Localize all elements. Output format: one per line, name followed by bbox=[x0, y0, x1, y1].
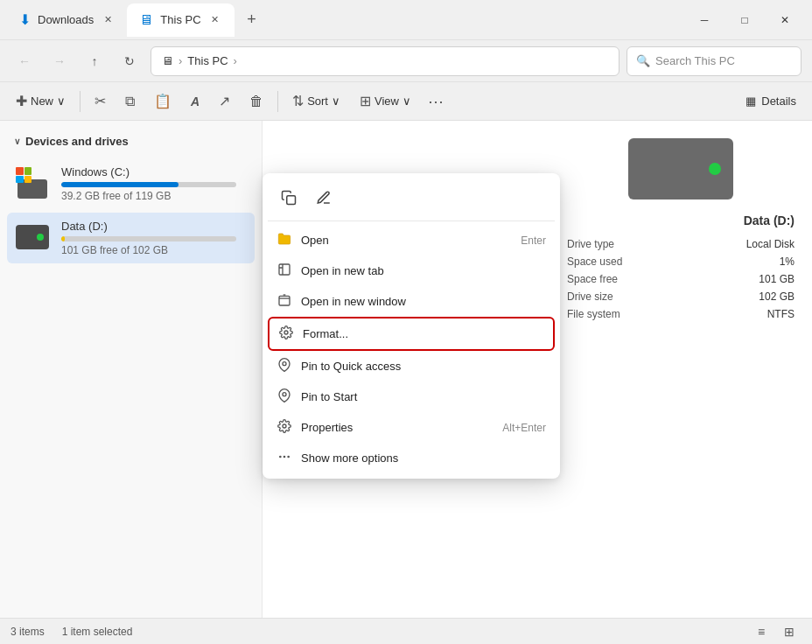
ctx-open[interactable]: Open Enter bbox=[268, 225, 555, 256]
main-content: ∨ Devices and drives bbox=[0, 121, 812, 618]
drive-detail-row-free: Space free 101 GB bbox=[567, 273, 794, 285]
ctx-open-new-window[interactable]: Open in new window bbox=[268, 286, 555, 317]
ctx-open-new-window-label: Open in new window bbox=[301, 295, 546, 308]
drive-c-bar-fill bbox=[61, 182, 178, 187]
ctx-properties-icon bbox=[276, 419, 292, 436]
ctx-pin-start-icon bbox=[276, 388, 292, 405]
svg-rect-2 bbox=[279, 296, 290, 305]
ctx-show-more-label: Show more options bbox=[301, 452, 546, 465]
ctx-properties[interactable]: Properties Alt+Enter bbox=[268, 412, 555, 443]
space-used-value: 1% bbox=[780, 256, 794, 268]
more-options-button[interactable]: ⋯ bbox=[422, 88, 450, 116]
drive-c-item[interactable]: Windows (C:) 39.2 GB free of 119 GB bbox=[7, 158, 255, 209]
ctx-pin-quick-access[interactable]: Pin to Quick access bbox=[268, 351, 555, 382]
context-menu-top-icons bbox=[268, 178, 555, 221]
back-button[interactable]: ← bbox=[10, 47, 38, 75]
ctx-pin-quick-access-icon bbox=[276, 358, 292, 374]
new-tab-button[interactable]: + bbox=[238, 6, 266, 34]
search-box[interactable]: 🔍 Search This PC bbox=[626, 46, 802, 76]
drive-d-item[interactable]: Data (D:) 101 GB free of 102 GB bbox=[7, 213, 255, 263]
details-label: Details bbox=[761, 94, 796, 108]
paste-button[interactable]: 📋 bbox=[145, 88, 180, 116]
new-button[interactable]: ✚ New ∨ bbox=[7, 88, 74, 116]
up-button[interactable]: ↑ bbox=[80, 47, 108, 75]
tab-this-pc[interactable]: 🖥 This PC ✕ bbox=[127, 4, 234, 37]
tab-downloads[interactable]: ⬇ Downloads ✕ bbox=[7, 4, 127, 37]
drive-type-value: Local Disk bbox=[746, 238, 794, 250]
sort-chevron-icon: ∨ bbox=[332, 94, 340, 108]
space-used-label: Space used bbox=[567, 256, 622, 268]
address-bar: ← → ↑ ↻ 🖥 › This PC › 🔍 Search This PC bbox=[0, 40, 812, 82]
drive-d-name: Data (D:) bbox=[61, 220, 246, 233]
search-icon: 🔍 bbox=[636, 54, 650, 67]
delete-button[interactable]: 🗑 bbox=[241, 88, 272, 116]
ctx-pin-start[interactable]: Pin to Start bbox=[268, 382, 555, 412]
toolbar: ✚ New ∨ ✂ ⧉ 📋 A ↗ 🗑 ⇅ Sort ∨ ⊞ View ∨ ⋯ … bbox=[0, 82, 812, 121]
drive-size-label: Drive size bbox=[567, 290, 613, 303]
drive-detail-card: Data (D:) Drive type Local Disk Space us… bbox=[567, 138, 794, 326]
path-sep-1: › bbox=[178, 54, 182, 67]
toolbar-separator-1 bbox=[80, 91, 80, 112]
drive-detail-row-fs: File system NTFS bbox=[567, 308, 794, 320]
copy-button[interactable]: ⧉ bbox=[116, 88, 144, 116]
title-bar: ⬇ Downloads ✕ 🖥 This PC ✕ + ─ □ ✕ bbox=[0, 0, 812, 40]
section-chevron-icon: ∨ bbox=[14, 136, 20, 146]
ctx-show-more[interactable]: Show more options bbox=[268, 443, 555, 473]
maximize-button[interactable]: □ bbox=[724, 6, 765, 34]
ctx-rename-icon-button[interactable] bbox=[308, 182, 340, 214]
ctx-copy-icon-button[interactable] bbox=[273, 182, 304, 214]
svg-point-3 bbox=[284, 331, 288, 334]
tab-this-pc-close[interactable]: ✕ bbox=[208, 13, 222, 27]
view-chevron-icon: ∨ bbox=[402, 94, 411, 108]
drive-detail-row-size: Drive size 102 GB bbox=[567, 290, 794, 303]
ctx-open-new-tab[interactable]: Open in new tab bbox=[268, 256, 555, 286]
drive-size-value: 102 GB bbox=[759, 290, 794, 303]
left-panel: ∨ Devices and drives bbox=[0, 121, 262, 618]
svg-point-6 bbox=[283, 424, 286, 428]
svg-rect-1 bbox=[279, 264, 290, 275]
ctx-properties-shortcut: Alt+Enter bbox=[502, 422, 546, 434]
address-path[interactable]: 🖥 › This PC › bbox=[150, 46, 620, 76]
drive-3d-visual bbox=[628, 138, 733, 200]
grid-view-toggle[interactable]: ⊞ bbox=[777, 622, 802, 641]
cut-icon: ✂ bbox=[94, 93, 106, 109]
share-icon: ↗ bbox=[219, 93, 230, 109]
forward-button[interactable]: → bbox=[46, 47, 74, 75]
svg-point-7 bbox=[284, 456, 284, 457]
drive-c-name: Windows (C:) bbox=[61, 165, 246, 178]
status-items-count: 3 items bbox=[10, 626, 45, 638]
space-free-label: Space free bbox=[567, 273, 618, 285]
refresh-button[interactable]: ↻ bbox=[116, 47, 144, 75]
ctx-show-more-icon bbox=[276, 450, 292, 466]
tab-downloads-close[interactable]: ✕ bbox=[101, 13, 115, 27]
details-button[interactable]: ▦ Details bbox=[737, 89, 805, 113]
drive-d-info: Data (D:) 101 GB free of 102 GB bbox=[61, 220, 246, 256]
this-pc-tab-icon: 🖥 bbox=[139, 12, 153, 28]
sort-button[interactable]: ⇅ Sort ∨ bbox=[284, 88, 349, 116]
minimize-button[interactable]: ─ bbox=[684, 6, 724, 34]
close-button[interactable]: ✕ bbox=[765, 6, 805, 34]
share-button[interactable]: ↗ bbox=[210, 88, 239, 116]
ctx-format-icon bbox=[278, 326, 294, 342]
list-view-toggle[interactable]: ≡ bbox=[749, 622, 774, 641]
ctx-pin-quick-access-label: Pin to Quick access bbox=[301, 360, 546, 373]
ctx-open-new-window-icon bbox=[276, 293, 292, 310]
tab-this-pc-label: This PC bbox=[160, 13, 200, 26]
ctx-open-new-tab-icon bbox=[276, 262, 292, 279]
context-menu: Open Enter Open in new tab Open bbox=[262, 173, 560, 479]
new-label: New bbox=[31, 94, 53, 108]
view-button[interactable]: ⊞ View ∨ bbox=[351, 88, 420, 116]
view-label: View bbox=[374, 94, 399, 108]
ctx-format[interactable]: Format... bbox=[268, 317, 555, 351]
devices-section-header[interactable]: ∨ Devices and drives bbox=[7, 131, 255, 151]
sort-icon: ⇅ bbox=[292, 93, 304, 109]
drive-detail-row-used: Space used 1% bbox=[567, 256, 794, 268]
delete-icon: 🗑 bbox=[249, 94, 263, 109]
drive-type-label: Drive type bbox=[567, 238, 614, 250]
svg-point-9 bbox=[280, 456, 281, 457]
ctx-pin-start-label: Pin to Start bbox=[301, 390, 546, 403]
cut-button[interactable]: ✂ bbox=[86, 88, 115, 116]
status-view-toggles: ≡ ⊞ bbox=[749, 622, 802, 641]
rename-button[interactable]: A bbox=[182, 88, 208, 116]
new-icon: ✚ bbox=[16, 93, 27, 109]
